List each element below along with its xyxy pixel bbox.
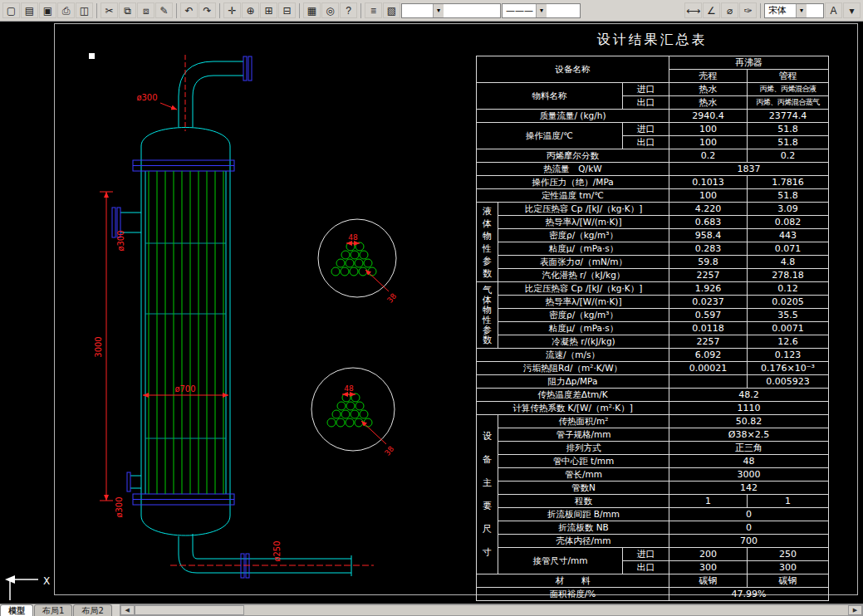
match-properties-button[interactable]: ✎ <box>155 2 173 18</box>
zoom-realtime-button[interactable]: ⊕ <box>242 2 259 18</box>
dim-radius-button[interactable]: ⌀ <box>721 2 738 18</box>
sub-label: 进口 <box>623 83 669 96</box>
help-button[interactable]: ? <box>340 2 357 18</box>
shell-value: 200 <box>669 548 748 561</box>
tube-value: 0.123 <box>748 349 829 362</box>
new-button[interactable]: ▢ <box>2 2 20 18</box>
row-label: 管长/mm <box>498 468 669 482</box>
table-row: 壳体内径/mm 700 <box>477 535 829 548</box>
scroll-right-icon[interactable]: ▶ <box>848 605 862 615</box>
redo-button[interactable]: ↷ <box>199 2 216 18</box>
orbit-button[interactable]: ◎ <box>321 2 339 18</box>
drawing-canvas[interactable]: ø300 ø300 3000 ø700 ø300 ø250 48 38 <box>0 22 863 604</box>
tube-value: 300 <box>748 561 829 574</box>
open-button[interactable]: ▤ <box>21 2 38 18</box>
table-row: 材 料 碳钢 碳钢 <box>477 574 829 588</box>
table-row: 表面张力σ/（mN/m） 59.8 4.8 <box>477 256 829 269</box>
shell-value: 2257 <box>669 335 748 349</box>
tube-value: 1.7816 <box>748 176 829 189</box>
shell-value: 100 <box>669 189 748 203</box>
shell-value: 2257 <box>669 269 748 282</box>
cut-button[interactable]: ✂ <box>101 2 118 18</box>
tab-model[interactable]: 模型 <box>0 604 33 616</box>
row-label: 污垢热阻Rd/（m²·K/W） <box>477 362 669 375</box>
linetype-dropdown[interactable]: ——— ▾ <box>502 3 581 18</box>
linetype-dropdown-value: ——— <box>506 5 533 16</box>
scrollbar-track[interactable] <box>244 605 848 615</box>
row-label: 接管尺寸/mm <box>498 548 623 574</box>
dim-tube-pitch-2: 48 <box>344 384 354 393</box>
row-label: 粘度μ/（mPa·s） <box>498 322 669 335</box>
tab-layout1[interactable]: 布局1 <box>34 604 72 616</box>
dim-linear-button[interactable]: ⟷ <box>684 2 702 18</box>
table-row: 热流量 Q/kW 1837 <box>477 163 829 176</box>
horizontal-scrollbar[interactable]: ◀ ▶ <box>120 604 863 616</box>
copy-button[interactable]: ⧉ <box>119 2 136 18</box>
row-label: 折流板数 NB <box>498 521 669 535</box>
table-row: 管长/mm 3000 <box>477 468 829 482</box>
overflow-button[interactable]: ▾ <box>843 2 861 18</box>
dim-bottom-nozzle-diameter: ø300 <box>115 496 124 517</box>
group-label-size: 设备主要尺寸 <box>477 415 498 574</box>
save-button[interactable]: ▣ <box>39 2 56 18</box>
tab-layout2[interactable]: 布局2 <box>73 604 111 616</box>
shell-value: 4.220 <box>669 203 748 216</box>
zoom-window-button[interactable]: ⊞ <box>260 2 277 18</box>
tube-lines <box>149 171 223 494</box>
row-label: 计算传热系数 K/[W/（m²·K）] <box>477 402 669 415</box>
tube-value: 丙烯、丙烯混合液 <box>748 83 829 96</box>
dim-angular-button[interactable]: ∠ <box>703 2 720 18</box>
undo-button[interactable]: ↶ <box>180 2 198 18</box>
tube-value: 0.2 <box>748 149 829 163</box>
row-label: 丙烯摩尔分数 <box>477 149 669 163</box>
chevron-down-icon: ▾ <box>433 4 444 17</box>
pan-button[interactable]: ✛ <box>223 2 241 18</box>
table-row: 计算传热系数 K/[W/（m²·K）] 1110 <box>477 402 829 415</box>
paste-button[interactable]: ⧈ <box>137 2 154 18</box>
shell-header: 壳程 <box>669 70 748 83</box>
text-button[interactable]: A <box>825 2 842 18</box>
table-row: 流速/（m/s） 6.092 0.123 <box>477 349 829 362</box>
tube-value: 443 <box>748 229 829 242</box>
combined-value: 47.99% <box>669 588 829 601</box>
zoom-previous-button[interactable]: ⊟ <box>278 2 296 18</box>
row-label: 传热面积/m² <box>498 415 669 428</box>
row-label: 密度ρ/（kg/m³） <box>498 229 669 242</box>
toolbar-right-group: ⟷ ∠ ⌀ ✑ 宋体 ▾ A ▾ <box>684 2 861 18</box>
sub-label: 出口 <box>623 96 669 110</box>
grip-point[interactable] <box>89 53 95 59</box>
equipment-name: 再沸器 <box>669 56 829 70</box>
table-row: 污垢热阻Rd/（m²·K/W） 0.00021 0.176×10⁻³ <box>477 362 829 375</box>
table-row: 操作温度/℃ 进口 100 51.8 <box>477 123 829 136</box>
row-label: 壳体内径/mm <box>498 535 669 548</box>
layer-dropdown[interactable]: ▾ <box>401 3 501 18</box>
scrollbar-thumb[interactable] <box>135 605 244 615</box>
row-label: 管数N <box>498 482 669 495</box>
tube-value: 51.8 <box>748 136 829 149</box>
table-row: 阻力Δp/MPa 0.005923 <box>477 375 829 389</box>
toolbar-separator <box>96 3 97 18</box>
table-row: 设备名称 再沸器 <box>477 56 829 70</box>
shell-value: 100 <box>669 123 748 136</box>
row-label: 表面张力σ/（mN/m） <box>498 256 669 269</box>
tube-value: 4.8 <box>748 256 829 269</box>
print-preview-button[interactable]: ◫ <box>76 2 93 18</box>
print-button[interactable]: ⎙ <box>57 2 75 18</box>
toolbar-separator <box>299 3 300 18</box>
group-label-liquid: 液体物性参数 <box>477 203 498 282</box>
row-label: 质量流量/ (kg/h) <box>477 110 669 123</box>
combined-value: 48.2 <box>669 389 829 402</box>
text-style-dropdown[interactable]: 宋体 ▾ <box>764 3 824 18</box>
layer-previous-button[interactable]: ▧ <box>383 2 400 18</box>
named-views-button[interactable]: ▦ <box>303 2 321 18</box>
layers-button[interactable]: ≡ <box>365 2 382 18</box>
dim-side-nozzle-diameter: ø300 <box>116 230 125 251</box>
table-row: 丙烯摩尔分数 0.2 0.2 <box>477 149 829 163</box>
results-table: 设备名称 再沸器 壳程 管程 物料名称 进口 热水 丙烯、丙烯混合液 出口 热水… <box>476 56 829 601</box>
dim-style-button[interactable]: ✑ <box>739 2 757 18</box>
tube-value: 23774.4 <box>748 110 829 123</box>
scroll-left-icon[interactable]: ◀ <box>120 605 135 615</box>
shell-value: 0.283 <box>669 242 748 256</box>
row-label: 热导率λ/[W/(m·K)] <box>498 216 669 229</box>
tube-value: 0.0071 <box>748 322 829 335</box>
